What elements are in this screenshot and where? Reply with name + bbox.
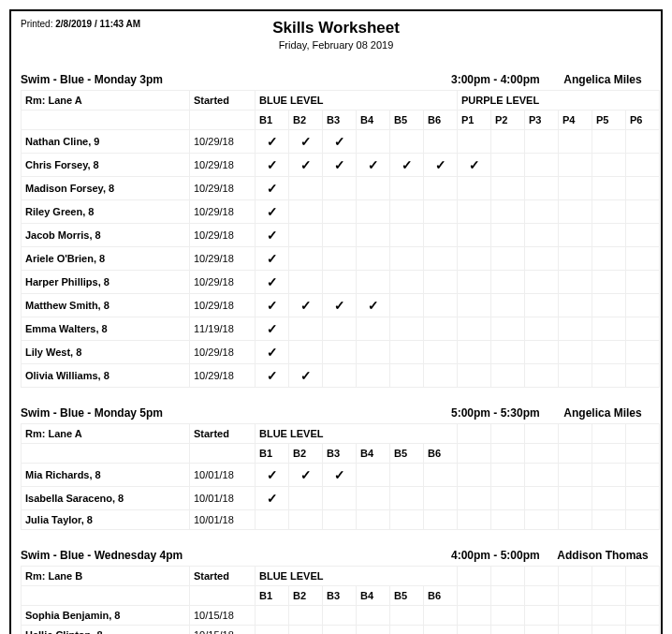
skill-cell — [357, 606, 390, 626]
skill-cell — [559, 130, 592, 154]
printed-stamp: Printed: 2/8/2019 / 11:43 AM — [21, 19, 140, 29]
pad-header — [458, 424, 491, 444]
check-icon: ✓ — [402, 157, 413, 172]
skill-cell: ✓ — [256, 130, 289, 154]
pad-header — [491, 424, 525, 444]
skill-cell — [357, 177, 390, 200]
pad-header — [525, 444, 559, 464]
skill-cell — [525, 317, 559, 341]
pad-header — [592, 444, 626, 464]
skill-col-header: B3 — [323, 444, 357, 464]
skill-cell — [357, 317, 390, 341]
skill-col-header: P6 — [626, 111, 660, 130]
skill-cell — [559, 606, 592, 626]
skill-cell — [289, 487, 323, 510]
skill-cell — [390, 364, 424, 388]
student-row: Mia Richards, 810/01/18✓✓✓ — [22, 464, 660, 487]
skill-cell — [357, 247, 390, 271]
skill-cell — [424, 626, 458, 635]
student-started: 10/29/18 — [190, 341, 256, 364]
skill-cell — [559, 247, 592, 271]
skill-cell — [525, 606, 559, 626]
skill-cell — [491, 294, 525, 317]
skill-cell — [491, 224, 525, 247]
skill-col-header: B1 — [256, 586, 289, 606]
skill-cell — [458, 510, 491, 530]
skill-col-header: B2 — [289, 444, 323, 464]
skill-cell: ✓ — [289, 294, 323, 317]
skill-cell — [357, 626, 390, 635]
skill-col-header: B6 — [424, 444, 458, 464]
skill-cell — [357, 364, 390, 388]
student-name: Mia Richards, 8 — [22, 464, 190, 487]
skill-cell — [390, 464, 424, 487]
student-row: Lily West, 810/29/18✓ — [22, 341, 660, 364]
skill-cell — [592, 606, 626, 626]
pad-header — [458, 444, 491, 464]
skill-cell — [592, 271, 626, 294]
skill-cell — [525, 294, 559, 317]
skill-cell: ✓ — [323, 464, 357, 487]
skill-cell — [525, 510, 559, 530]
student-row: Jacob Morris, 810/29/18✓ — [22, 224, 660, 247]
skill-cell — [458, 487, 491, 510]
student-row: Isabella Saraceno, 810/01/18✓ — [22, 487, 660, 510]
skill-cell — [289, 247, 323, 271]
skill-cell — [592, 364, 626, 388]
check-icon: ✓ — [267, 368, 278, 383]
session-instructor: Angelica Miles — [554, 73, 651, 86]
skill-cell — [525, 271, 559, 294]
skill-cell — [491, 626, 525, 635]
skill-col-header: B5 — [390, 444, 424, 464]
check-icon: ✓ — [469, 157, 480, 172]
check-icon: ✓ — [267, 321, 278, 336]
skill-col-header: B5 — [390, 586, 424, 606]
skill-cell — [491, 130, 525, 154]
skill-cell — [323, 177, 357, 200]
student-name: Lily West, 8 — [22, 341, 190, 364]
skill-cell — [323, 510, 357, 530]
skill-cell — [424, 177, 458, 200]
skill-cell — [592, 294, 626, 317]
skill-col-header: B4 — [357, 111, 390, 130]
skill-cell — [592, 510, 626, 530]
check-icon: ✓ — [267, 157, 278, 172]
skill-col-header: B6 — [424, 111, 458, 130]
skill-cell — [592, 130, 626, 154]
blank-header — [190, 111, 256, 130]
pad-header — [525, 424, 559, 444]
skill-cell — [525, 626, 559, 635]
page-subtitle: Friday, February 08 2019 — [21, 39, 651, 51]
skill-cell — [491, 606, 525, 626]
skill-cell — [323, 487, 357, 510]
skill-cell — [559, 626, 592, 635]
check-icon: ✓ — [267, 134, 278, 149]
skill-col-header: B4 — [357, 586, 390, 606]
session-header: Swim - Blue - Monday 5pm5:00pm - 5:30pmA… — [21, 403, 651, 423]
skill-cell — [491, 271, 525, 294]
skill-cell — [559, 510, 592, 530]
blank-header — [22, 444, 190, 464]
skill-cell: ✓ — [357, 154, 390, 177]
skill-cell — [559, 294, 592, 317]
skill-cell: ✓ — [424, 154, 458, 177]
pad-header — [626, 424, 660, 444]
pad-header — [559, 586, 592, 606]
skill-col-header: P4 — [559, 111, 592, 130]
skill-cell — [491, 317, 525, 341]
pad-header — [626, 567, 660, 586]
student-row: Harper Phillips, 810/29/18✓ — [22, 271, 660, 294]
skill-cell — [390, 271, 424, 294]
skill-cell — [458, 364, 491, 388]
session-time: 3:00pm - 4:00pm — [451, 73, 554, 86]
skill-cell — [559, 464, 592, 487]
student-name: Sophia Benjamin, 8 — [22, 606, 190, 626]
skill-cell — [424, 317, 458, 341]
student-started: 10/29/18 — [190, 154, 256, 177]
skill-cell — [323, 200, 357, 224]
student-row: Madison Forsey, 810/29/18✓ — [22, 177, 660, 200]
skill-cell — [525, 341, 559, 364]
student-name: Matthew Smith, 8 — [22, 294, 190, 317]
student-started: 10/29/18 — [190, 177, 256, 200]
skill-cell — [424, 224, 458, 247]
